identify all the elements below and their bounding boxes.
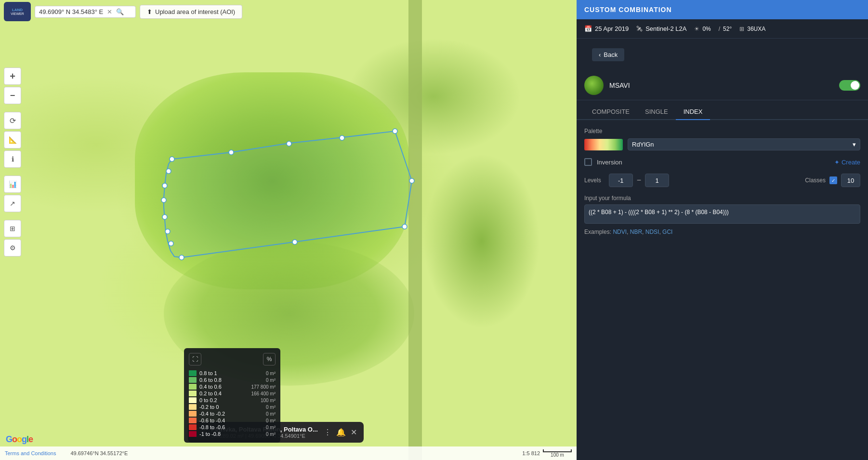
measure-button[interactable]: 📐: [4, 131, 21, 149]
scale-ratio: 1:5 812: [522, 450, 540, 456]
angle-val: 52°: [723, 26, 732, 32]
zoom-out-button[interactable]: −: [4, 87, 21, 104]
palette-select[interactable]: RdYlGn ▾: [628, 138, 860, 150]
legend-row: -0.2 to 0 0 m²: [189, 404, 276, 410]
image-date: 25 Apr 2019: [595, 25, 629, 32]
scale-container: 1:5 812 100 m: [522, 449, 572, 458]
popup-close-icon[interactable]: ✕: [351, 428, 357, 437]
image-info: 📅 25 Apr 2019 🛰 Sentinel-2 L2A ☀ 0% / 52…: [577, 19, 868, 39]
scale-distance: 100 m: [551, 452, 564, 458]
map-bottom-bar: Terms and Conditions 49.69746°N 34.55172…: [0, 446, 577, 460]
formula-section: Input your formula ((2 * B08 + 1) - ((((…: [584, 195, 860, 224]
info-button[interactable]: ℹ: [4, 150, 21, 168]
examples-row: Examples: NDVI, NBR, NDSI, GCI: [584, 229, 860, 235]
palette-row: RdYlGn ▾: [584, 138, 860, 150]
legend-color-swatch: [189, 384, 197, 390]
close-icon[interactable]: ✕: [107, 8, 112, 15]
inversion-row: Inversion ✦ Create: [584, 158, 860, 166]
date-block: 📅 25 Apr 2019: [584, 25, 629, 32]
inversion-checkbox[interactable]: [584, 158, 592, 166]
legend-row: 0.6 to 0.8 0 m²: [189, 377, 276, 383]
search-icon[interactable]: 🔍: [116, 8, 124, 15]
sun-block: ☀ 0%: [694, 26, 710, 32]
upload-aoi-button[interactable]: ⬆ Upload area of interest (AOI): [140, 5, 242, 19]
classes-checkbox[interactable]: ✓: [829, 176, 837, 184]
map-road-strip: [408, 0, 422, 460]
legend-color-swatch: [189, 418, 197, 423]
legend-row: 0.2 to 0.4 166 400 m²: [189, 391, 276, 396]
level-min-input[interactable]: [609, 174, 633, 187]
palette-gradient-preview: [584, 139, 623, 150]
msavi-label: MSAVI: [609, 81, 630, 89]
legend-header: ⛶ %: [189, 353, 276, 367]
create-button[interactable]: ✦ Create: [834, 159, 860, 166]
classes-count-input[interactable]: [841, 174, 860, 187]
share-button[interactable]: ↗: [4, 195, 21, 212]
legend-color-swatch: [189, 370, 197, 376]
formula-label: Input your formula: [584, 195, 860, 202]
legend-color-swatch: [189, 411, 197, 417]
tabs-bar: COMPOSITE SINGLE INDEX: [577, 104, 868, 120]
levels-inputs: −: [609, 174, 669, 187]
chart-button[interactable]: 📊: [4, 176, 21, 193]
settings-button[interactable]: ⚙: [4, 239, 21, 257]
tab-single[interactable]: SINGLE: [637, 104, 676, 120]
legend-row: 0 to 0.2 100 m²: [189, 397, 276, 403]
legend-panel: ⛶ % 0.8 to 1 0 m² 0.6 to 0.8 0 m² 0.4 to…: [184, 348, 280, 443]
classes-label: Classes: [805, 177, 826, 184]
tab-index[interactable]: INDEX: [676, 104, 710, 120]
legend-row: -0.4 to -0.2 0 m²: [189, 411, 276, 417]
tab-composite[interactable]: COMPOSITE: [584, 104, 637, 120]
msavi-row: MSAVI: [577, 71, 868, 100]
create-icon: ✦: [834, 159, 840, 166]
rotate-button[interactable]: ⟳: [4, 112, 21, 129]
legend-row: -0.6 to -0.4 0 m²: [189, 418, 276, 423]
classes-group: Classes ✓: [805, 174, 860, 187]
legend-row: -1 to -0.8 0 m²: [189, 431, 276, 437]
legend-rows: 0.8 to 1 0 m² 0.6 to 0.8 0 m² 0.4 to 0.6…: [189, 370, 276, 437]
app-logo[interactable]: LAND VIEWER: [4, 2, 31, 21]
coordinates-text: 49.6909° N 34.5483° E: [39, 8, 103, 15]
google-logo: Google: [6, 434, 33, 445]
legend-color-swatch: [189, 431, 197, 437]
satellite-block: 🛰 Sentinel-2 L2A: [636, 25, 686, 32]
levels-label: Levels: [584, 177, 601, 184]
legend-row: -0.8 to -0.6 0 m²: [189, 424, 276, 430]
example-ndsi[interactable]: NDSI: [645, 229, 659, 235]
zoom-in-button[interactable]: +: [4, 68, 21, 85]
coordinates-box[interactable]: 49.6909° N 34.5483° E ✕ 🔍: [35, 6, 136, 18]
right-panel: CUSTOM COMBINATION 📅 25 Apr 2019 🛰 Senti…: [577, 0, 868, 460]
popup-more-icon[interactable]: ⋮: [324, 428, 331, 437]
left-toolbar: + − ⟳ 📐 ℹ 📊 ↗ ⊞ ⚙: [4, 68, 21, 257]
example-gci[interactable]: GCI: [662, 229, 672, 235]
back-btn-container: ‹ Back: [577, 39, 868, 71]
example-ndvi[interactable]: NDVI: [613, 229, 627, 235]
popup-bell-icon[interactable]: 🔔: [336, 428, 346, 437]
msavi-toggle[interactable]: [839, 80, 860, 91]
scale-bar: 100 m: [543, 449, 572, 458]
formula-input[interactable]: ((2 * B08 + 1) - ((((2 * B08 + 1) ** 2) …: [584, 204, 860, 224]
layers-button[interactable]: ⊞: [4, 220, 21, 237]
map-area[interactable]: LAND VIEWER 49.6909° N 34.5483° E ✕ 🔍 ⬆ …: [0, 0, 577, 460]
panel-header: CUSTOM COMBINATION: [577, 0, 868, 19]
angle-block: / 52°: [719, 26, 732, 32]
back-arrow-icon: ‹: [599, 51, 601, 58]
legend-expand-button[interactable]: ⛶: [189, 353, 201, 365]
tile-block: ⊞ 36UXA: [739, 26, 765, 32]
legend-row: 0.4 to 0.6 177 800 m²: [189, 384, 276, 390]
upload-icon: ⬆: [147, 8, 152, 15]
legend-row: 0.8 to 1 0 m²: [189, 370, 276, 376]
satellite-name: Sentinel-2 L2A: [645, 25, 686, 32]
panel-content: Palette RdYlGn ▾ Inversion ✦ Create Leve…: [577, 120, 868, 243]
terms-link[interactable]: Terms and Conditions: [5, 450, 56, 456]
legend-percent-button[interactable]: %: [263, 353, 276, 365]
legend-color-swatch: [189, 404, 197, 410]
level-dash: −: [637, 176, 641, 185]
example-nbr[interactable]: NBR: [630, 229, 642, 235]
level-max-input[interactable]: [645, 174, 669, 187]
bottom-coordinates: 49.69746°N 34.55172°E: [70, 450, 128, 456]
back-button[interactable]: ‹ Back: [592, 48, 624, 61]
palette-dropdown-icon: ▾: [853, 141, 856, 148]
msavi-thumbnail: [584, 76, 604, 95]
sun-pct: 0%: [702, 26, 710, 32]
